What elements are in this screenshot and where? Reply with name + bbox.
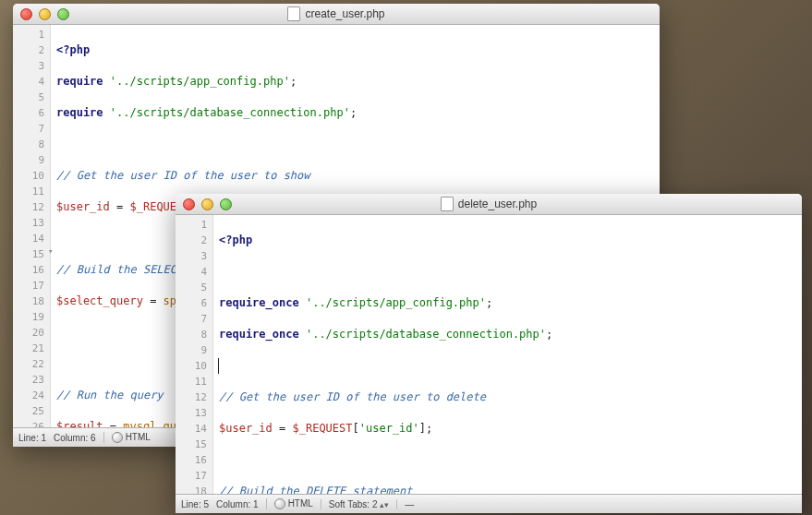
minimize-icon[interactable] [201, 198, 213, 210]
window-title: delete_user.php [183, 197, 794, 211]
cursor-line: Line: 1 [18, 433, 46, 443]
language-selector[interactable]: HTML [266, 498, 313, 509]
traffic-lights [20, 8, 69, 20]
editor-area[interactable]: 123456789101112131415161718 <?php requir… [176, 215, 802, 494]
zoom-icon[interactable] [57, 8, 69, 20]
zoom-icon[interactable] [220, 198, 232, 210]
titlebar[interactable]: delete_user.php [176, 194, 802, 215]
stepper-icon[interactable]: ▴▾ [380, 500, 389, 509]
language-selector[interactable]: HTML [103, 432, 151, 443]
minimize-icon[interactable] [39, 8, 51, 20]
titlebar[interactable]: create_user.php [13, 4, 660, 25]
line-gutter: 123456789101112131415161718 [176, 215, 213, 494]
window-delete-user[interactable]: delete_user.php 123456789101112131415161… [176, 194, 802, 513]
cursor-column: Column: 1 [216, 499, 259, 509]
traffic-lights [183, 198, 232, 210]
code-content[interactable]: <?php require_once '../scripts/app_confi… [213, 215, 802, 494]
globe-icon [274, 498, 285, 509]
status-dash: — [396, 499, 414, 509]
fold-marker-icon[interactable]: ▾ [48, 246, 57, 256]
file-icon [287, 6, 300, 21]
globe-icon [112, 432, 123, 443]
close-icon[interactable] [20, 8, 32, 20]
close-icon[interactable] [183, 198, 195, 210]
soft-tabs-selector[interactable]: Soft Tabs: 2 ▴▾ [321, 499, 389, 509]
file-icon [441, 197, 454, 211]
window-title-text: create_user.php [305, 7, 384, 20]
cursor-column: Column: 6 [54, 433, 96, 443]
window-title: create_user.php [20, 6, 652, 21]
window-title-text: delete_user.php [458, 198, 537, 210]
line-gutter: 1234567891011121314151617181920212223242… [13, 25, 51, 427]
statusbar: Line: 5 Column: 1 HTML Soft Tabs: 2 ▴▾ — [176, 494, 802, 513]
cursor-line: Line: 5 [181, 499, 209, 509]
